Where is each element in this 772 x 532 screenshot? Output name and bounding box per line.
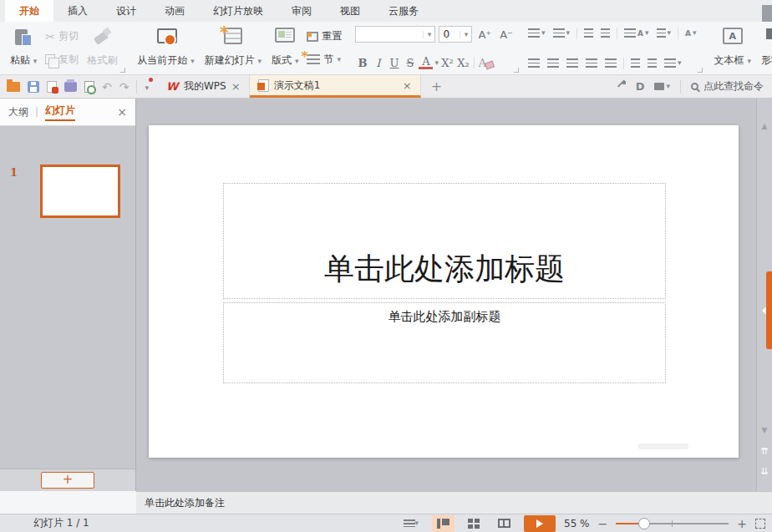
notes-toggle-button[interactable]: ▾ [399, 515, 424, 532]
save-icon[interactable] [28, 81, 39, 93]
side-panel-handle[interactable] [766, 271, 772, 349]
chevron-down-icon[interactable]: ▾ [423, 31, 434, 38]
add-slide-button[interactable]: + [41, 472, 94, 489]
dialog-launcher-icon[interactable] [698, 68, 703, 73]
print-preview-icon[interactable] [84, 81, 94, 93]
text-direction-button[interactable]: A▾ [683, 28, 699, 39]
subtitle-placeholder-text: 单击此处添加副标题 [389, 309, 501, 325]
slide-thumbnail[interactable] [40, 165, 120, 218]
tab-outline[interactable]: 大纲 [8, 105, 28, 119]
strikethrough-button[interactable]: S [403, 55, 417, 70]
layout-button[interactable]: 版式 ▾ [267, 25, 303, 71]
menu-tab-view[interactable]: 视图 [326, 0, 374, 22]
print-icon[interactable] [64, 82, 77, 92]
increase-font-size-button[interactable]: A⁺ [475, 28, 494, 41]
vertical-scrollbar[interactable]: ▲ ▼ ⇈ ⇊ [756, 99, 772, 491]
align-left-button[interactable] [526, 57, 542, 69]
reset-icon [307, 32, 318, 42]
menu-tab-design[interactable]: 设计 [102, 0, 150, 22]
decrease-indent-button[interactable] [582, 27, 596, 39]
superscript-button[interactable]: X² [440, 55, 455, 70]
redo-icon[interactable]: ↷ [119, 81, 130, 93]
textbox-button[interactable]: A 文本框 ▾ [709, 25, 756, 71]
subtitle-placeholder[interactable]: 单击此处添加副标题 [223, 302, 666, 383]
distribute-button[interactable] [602, 57, 619, 69]
customize-toolbar-button[interactable]: ▾ [145, 81, 151, 93]
subscript-button[interactable]: X₂ [456, 55, 470, 70]
space-after-button[interactable] [645, 57, 659, 69]
close-icon[interactable]: × [231, 80, 241, 93]
zoom-in-button[interactable]: + [737, 517, 747, 530]
format-painter-button[interactable]: 格式刷 [82, 25, 122, 71]
notes-icon [404, 519, 415, 527]
dialog-launcher-icon[interactable] [120, 68, 125, 73]
decrease-font-size-button[interactable]: A⁻ [497, 28, 516, 41]
text-borders-icon [657, 28, 666, 38]
close-icon[interactable]: × [403, 79, 412, 92]
line-spacing-button[interactable]: A▾ [622, 27, 652, 39]
justify-button[interactable] [583, 57, 600, 69]
bullet-list-button[interactable]: ▾ [526, 27, 548, 39]
align-right-button[interactable] [564, 57, 581, 69]
title-placeholder[interactable]: 单击此处添加标题 [223, 183, 666, 299]
zoom-out-button[interactable]: − [598, 517, 608, 530]
copy-button[interactable]: 复制 [42, 52, 82, 68]
new-tab-button[interactable]: + [421, 75, 452, 98]
justify-icon [586, 58, 597, 68]
previous-slide-icon[interactable]: ⇈ [757, 447, 772, 456]
doc-tab-my-wps[interactable]: W 我的WPS × [158, 75, 250, 98]
doc-tab-presentation1[interactable]: 演示文稿1 × [250, 75, 421, 98]
cut-button[interactable]: ✂ 剪切 [42, 28, 82, 44]
new-slide-button[interactable]: 新建幻灯片 ▾ [200, 25, 267, 71]
spacing-options-button[interactable]: ▾ [662, 57, 684, 69]
paste-button[interactable]: 粘贴 ▾ [5, 25, 42, 71]
export-pdf-icon[interactable] [47, 81, 57, 93]
menu-tab-home[interactable]: 开始 [5, 0, 53, 22]
underline-button[interactable]: U [387, 55, 401, 70]
italic-button[interactable]: I [371, 55, 385, 70]
scroll-down-icon[interactable]: ▼ [757, 426, 772, 434]
play-slideshow-button[interactable] [524, 515, 556, 532]
close-icon[interactable]: × [117, 105, 127, 119]
zoom-slider[interactable] [616, 518, 729, 529]
menu-tab-slideshow[interactable]: 幻灯片放映 [199, 0, 277, 22]
reset-button[interactable]: 重置 [303, 28, 345, 44]
text-borders-button[interactable]: ▾ [654, 27, 674, 39]
space-before-button[interactable] [628, 57, 642, 69]
bold-button[interactable]: B [355, 55, 369, 70]
chevron-down-icon[interactable]: ▾ [434, 59, 439, 67]
slideshow-group: 从当前开始 ▾ 新建幻灯片 ▾ 版式 ▾ 重置 节 ▾ [127, 22, 350, 74]
fit-to-window-icon[interactable] [755, 519, 765, 529]
increase-indent-button[interactable] [598, 27, 612, 39]
menu-tab-animation[interactable]: 动画 [150, 0, 199, 22]
align-center-button[interactable] [545, 57, 561, 69]
dialog-launcher-icon[interactable] [514, 68, 519, 73]
reading-view-button[interactable] [493, 515, 516, 532]
docer-icon[interactable]: D [636, 80, 645, 93]
open-file-icon[interactable] [7, 82, 20, 92]
clear-format-button[interactable]: A [478, 55, 492, 70]
shapes-button[interactable]: 形状 ▾ [756, 25, 772, 71]
undo-icon[interactable]: ↶ [102, 81, 112, 93]
scroll-up-icon[interactable]: ▲ [757, 122, 772, 130]
chevron-down-icon[interactable]: ▾ [460, 31, 471, 38]
tab-slides[interactable]: 幻灯片 [45, 104, 75, 121]
tools-wand-icon[interactable] [615, 81, 626, 92]
menu-tab-insert[interactable]: 插入 [53, 0, 102, 22]
font-color-button[interactable]: A [419, 56, 433, 69]
numbered-list-button[interactable]: ▾ [551, 27, 573, 39]
share-button[interactable]: ▾ [654, 83, 670, 90]
font-size-combobox[interactable]: 0 ▾ [439, 26, 472, 43]
notes-bar[interactable]: 单击此处添加备注 [136, 491, 772, 514]
font-name-combobox[interactable]: ▾ [355, 26, 435, 43]
next-slide-icon[interactable]: ⇊ [757, 467, 772, 476]
slide-sorter-button[interactable] [463, 515, 485, 532]
start-from-current-button[interactable]: 从当前开始 ▾ [132, 25, 199, 71]
menu-tab-cloud[interactable]: 云服务 [374, 0, 433, 22]
slide-page[interactable]: 单击此处添加标题 单击此处添加副标题 [149, 125, 739, 458]
menu-tab-review[interactable]: 审阅 [277, 0, 326, 22]
find-command-box[interactable]: 点此查找命令 [691, 79, 764, 94]
slider-knob[interactable] [638, 518, 650, 529]
normal-view-button[interactable] [432, 515, 455, 532]
section-button[interactable]: 节 ▾ [303, 52, 345, 68]
